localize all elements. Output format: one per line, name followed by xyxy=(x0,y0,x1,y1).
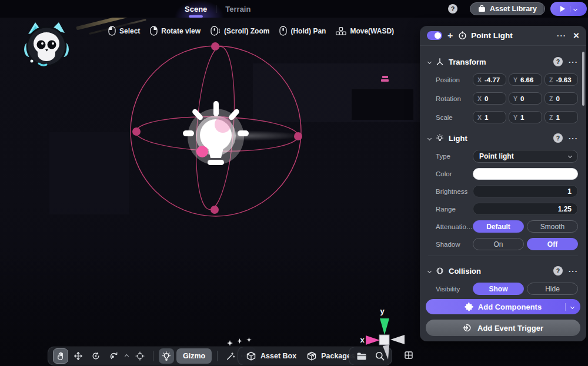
light-tool-button[interactable] xyxy=(159,348,174,364)
orbit-options-chevron-icon[interactable] xyxy=(125,354,129,358)
axis-x-prefix: X xyxy=(477,114,482,121)
collision-menu-button[interactable]: ··· xyxy=(569,267,578,276)
position-x-value: -4.77 xyxy=(485,76,500,83)
panel-header: + Point Light ··· × xyxy=(420,26,586,46)
gizmo-toggle-button[interactable]: Gizmo xyxy=(176,348,212,364)
grid-view-icon[interactable] xyxy=(405,351,413,359)
orbit-tool-button[interactable] xyxy=(106,348,121,364)
attenuation-smooth-button[interactable]: Smooth xyxy=(527,220,578,233)
pan-hand-tool-button[interactable] xyxy=(53,348,68,364)
hint-move-wasd: Move(WASD) xyxy=(336,27,394,35)
axis-orientation-gizmo[interactable]: y x xyxy=(353,304,412,364)
axis-z-prefix: Z xyxy=(549,95,553,102)
magic-wand-tool-button[interactable] xyxy=(223,348,238,364)
add-components-chevron-icon[interactable] xyxy=(570,304,574,308)
light-menu-button[interactable]: ··· xyxy=(569,134,578,143)
add-button[interactable]: + xyxy=(447,31,453,41)
tab-separator xyxy=(216,5,216,13)
collision-icon xyxy=(436,267,444,275)
brightness-label: Brightness xyxy=(428,188,473,195)
axis-y-label: y xyxy=(380,307,385,315)
visibility-hide-button[interactable]: Hide xyxy=(527,283,578,295)
axis-z-prefix: Z xyxy=(549,114,553,121)
add-event-trigger-button[interactable]: Add Event Trigger xyxy=(426,320,580,336)
packages-tab[interactable]: Packages xyxy=(307,351,355,361)
shadow-row: Shadow On Off xyxy=(428,238,578,250)
rotation-x-input[interactable]: X0 xyxy=(473,92,506,105)
add-components-button[interactable]: Add Components xyxy=(426,299,580,314)
type-label: Type xyxy=(428,153,473,160)
play-icon xyxy=(560,6,565,12)
axis-center-cube xyxy=(379,335,389,345)
play-dropdown-chevron-icon[interactable] xyxy=(573,6,577,11)
play-button[interactable] xyxy=(550,2,587,16)
axis-y-prefix: Y xyxy=(513,76,517,83)
hand-icon xyxy=(56,351,65,361)
position-y-input[interactable]: Y6.66 xyxy=(509,73,542,86)
app-logo-skull-cat[interactable] xyxy=(24,21,71,69)
panel-menu-button[interactable]: ··· xyxy=(557,31,566,40)
hint-rotate-view: Rotate view xyxy=(150,26,201,36)
mouse-right-icon xyxy=(150,26,158,36)
shadow-on-button[interactable]: On xyxy=(473,238,524,250)
light-section-header[interactable]: Light ? ··· xyxy=(428,131,578,145)
rotation-z-value: 0 xyxy=(556,95,559,102)
scale-x-input[interactable]: X1 xyxy=(473,111,506,123)
asset-box-tab[interactable]: Asset Box xyxy=(246,351,296,361)
brightness-input[interactable]: 1 xyxy=(473,185,578,197)
focus-tool-button[interactable] xyxy=(132,348,148,364)
range-input[interactable]: 1.25 xyxy=(473,203,578,215)
collision-help-button[interactable]: ? xyxy=(553,266,563,276)
transform-help-button[interactable]: ? xyxy=(553,57,563,66)
attenuation-label: Attenuatio… xyxy=(428,223,473,230)
scale-z-input[interactable]: Z1 xyxy=(544,111,578,123)
rotate-tool-button[interactable] xyxy=(88,348,103,364)
asset-box-label: Asset Box xyxy=(260,352,296,360)
visibility-hide-label: Hide xyxy=(545,285,560,293)
add-event-trigger-label: Add Event Trigger xyxy=(477,324,543,333)
type-row: Type Point light xyxy=(428,150,578,162)
collapse-chevron-icon[interactable] xyxy=(427,136,432,140)
position-z-input[interactable]: Z-9.63 xyxy=(544,73,578,86)
tab-scene-underline xyxy=(189,15,203,18)
brightness-value: 1 xyxy=(567,187,572,196)
help-button[interactable]: ? xyxy=(448,4,457,14)
magic-wand-icon xyxy=(226,351,235,361)
collision-section-title: Collision xyxy=(449,267,481,276)
light-color-swatch[interactable] xyxy=(473,168,578,180)
scene-window-shape xyxy=(352,89,413,120)
distant-light-marker xyxy=(382,76,388,78)
rotation-z-input[interactable]: Z0 xyxy=(544,92,578,105)
light-help-button[interactable]: ? xyxy=(553,133,563,143)
shadow-off-button[interactable]: Off xyxy=(527,238,578,250)
collision-section-header[interactable]: Collision ? ··· xyxy=(428,264,578,278)
tab-scene[interactable]: Scene xyxy=(185,5,207,14)
position-x-input[interactable]: X-4.77 xyxy=(473,73,506,86)
collapse-chevron-icon[interactable] xyxy=(427,268,432,273)
rotation-label: Rotation xyxy=(428,95,473,102)
move-tool-button[interactable] xyxy=(71,348,86,364)
scale-x-value: 1 xyxy=(485,114,488,121)
scale-y-input[interactable]: Y1 xyxy=(509,111,542,123)
visibility-show-button[interactable]: Show xyxy=(473,283,524,295)
point-light-gizmo-sphere[interactable] xyxy=(125,40,307,223)
attenuation-default-button[interactable]: Default xyxy=(473,220,524,233)
focus-target-icon xyxy=(135,351,145,361)
collapse-chevron-icon[interactable] xyxy=(427,59,432,63)
light-type-dropdown[interactable]: Point light xyxy=(473,150,578,163)
transform-section-header[interactable]: Transform ? ··· xyxy=(428,55,578,69)
panel-close-button[interactable]: × xyxy=(573,31,579,41)
sparkle-icon xyxy=(227,340,233,346)
asset-library-button[interactable]: Asset Library xyxy=(470,2,545,15)
rotation-y-input[interactable]: Y0 xyxy=(509,92,542,105)
axis-z-prefix: Z xyxy=(549,76,553,83)
hint-hold-pan: (Hold) Pan xyxy=(279,26,326,36)
panel-scrollbar[interactable] xyxy=(582,52,584,106)
tab-terrain[interactable]: Terrain xyxy=(225,5,250,14)
mouse-middle-icon xyxy=(279,26,287,36)
add-components-label: Add Components xyxy=(478,303,542,311)
more-icon: ··· xyxy=(557,31,566,40)
transform-menu-button[interactable]: ··· xyxy=(569,58,578,66)
point-light-icon xyxy=(458,31,467,40)
enabled-toggle[interactable] xyxy=(427,31,442,40)
